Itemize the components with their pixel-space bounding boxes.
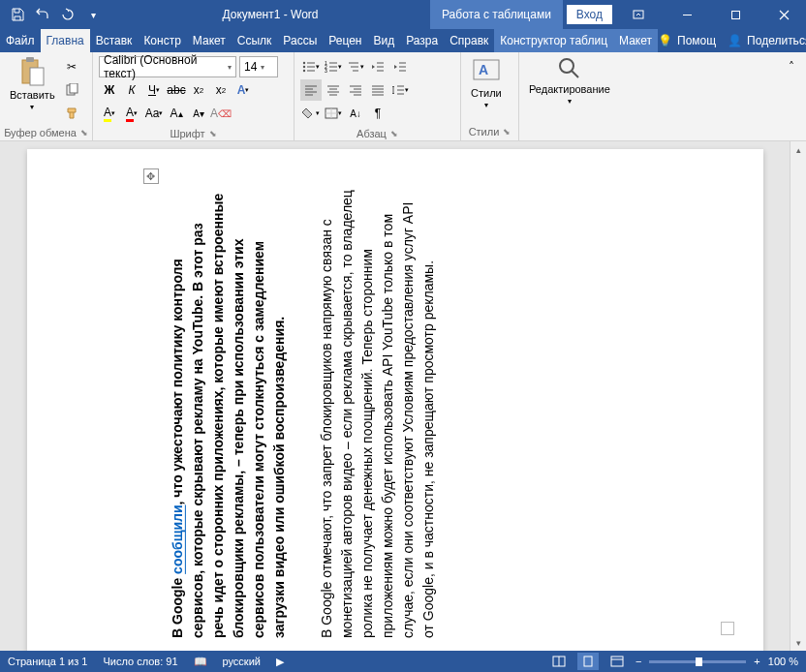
increase-indent-button[interactable] bbox=[389, 56, 411, 77]
grow-font-button[interactable]: A▴ bbox=[166, 103, 187, 124]
paragraph-dialog-icon[interactable]: ⬊ bbox=[390, 129, 398, 138]
qat-customize-icon[interactable]: ▾ bbox=[81, 3, 105, 26]
ribbon: Вставить ▾ ✂ Буфер обмена⬊ Calibri (Осно… bbox=[0, 52, 806, 141]
italic-button[interactable]: К bbox=[121, 79, 142, 101]
undo-icon[interactable] bbox=[31, 3, 54, 26]
align-right-button[interactable] bbox=[345, 79, 366, 101]
status-bar: Страница 1 из 1 Число слов: 91 📖 русский… bbox=[0, 651, 806, 672]
share-button[interactable]: 👤Поделиться bbox=[728, 34, 806, 47]
underline-button[interactable]: Ч▾ bbox=[143, 79, 165, 101]
show-marks-button[interactable]: ¶ bbox=[367, 103, 388, 124]
styles-button[interactable]: A Стили ▾ bbox=[465, 54, 508, 111]
align-left-button[interactable] bbox=[300, 79, 322, 101]
collapse-ribbon-icon[interactable]: ˄ bbox=[781, 56, 802, 77]
macro-icon[interactable]: ▶ bbox=[276, 656, 284, 668]
sort-button[interactable]: A↓ bbox=[345, 103, 366, 124]
proofing-icon[interactable]: 📖 bbox=[194, 656, 207, 668]
decrease-indent-button[interactable] bbox=[367, 56, 388, 77]
zoom-slider[interactable] bbox=[649, 660, 746, 663]
clipboard-dialog-icon[interactable]: ⬊ bbox=[80, 128, 88, 137]
status-page[interactable]: Страница 1 из 1 bbox=[8, 656, 87, 667]
superscript-button[interactable]: x2 bbox=[210, 79, 232, 101]
scroll-down-icon[interactable]: ▾ bbox=[790, 634, 806, 651]
tab-file[interactable]: Файл bbox=[0, 29, 41, 52]
svg-rect-4 bbox=[30, 68, 44, 85]
tab-references[interactable]: Ссылк bbox=[232, 29, 278, 52]
bullets-button[interactable]: ▾ bbox=[300, 56, 322, 77]
table-anchor-icon[interactable]: ✥ bbox=[143, 168, 159, 184]
status-words[interactable]: Число слов: 91 bbox=[103, 656, 177, 667]
cut-icon[interactable]: ✂ bbox=[61, 56, 82, 77]
signin-button[interactable]: Вход bbox=[567, 5, 612, 24]
zoom-out-button[interactable]: − bbox=[636, 656, 641, 667]
table-cell-content[interactable]: В Google сообщили, что ужесточают полити… bbox=[168, 183, 633, 638]
justify-button[interactable] bbox=[367, 79, 388, 101]
close-icon[interactable] bbox=[761, 0, 806, 29]
svg-rect-18 bbox=[584, 657, 592, 666]
status-language[interactable]: русский bbox=[223, 656, 261, 667]
tab-table-layout[interactable]: Макет bbox=[613, 29, 658, 52]
ribbon-display-icon[interactable] bbox=[616, 0, 661, 29]
redo-icon[interactable] bbox=[56, 3, 79, 26]
clear-formatting-button[interactable]: A⌫ bbox=[210, 103, 232, 124]
paragraph-1: В Google сообщили, что ужесточают полити… bbox=[168, 189, 290, 638]
title-bar: ▾ Документ1 - Word Работа с таблицами Вх… bbox=[0, 0, 806, 29]
font-name-combo[interactable]: Calibri (Основной текст)▾ bbox=[99, 56, 236, 77]
web-layout-icon[interactable] bbox=[606, 653, 628, 670]
tab-help[interactable]: Справк bbox=[444, 29, 494, 52]
tab-view[interactable]: Вид bbox=[367, 29, 400, 52]
chevron-down-icon: ▾ bbox=[30, 103, 34, 111]
group-styles: A Стили ▾ Стили⬊ bbox=[461, 52, 519, 140]
line-spacing-button[interactable]: ▾ bbox=[389, 79, 411, 101]
table-resize-handle[interactable] bbox=[721, 622, 734, 635]
tab-layout[interactable]: Макет bbox=[187, 29, 232, 52]
svg-rect-6 bbox=[70, 83, 78, 93]
svg-point-7 bbox=[303, 62, 305, 64]
highlight-button[interactable]: A▾ bbox=[99, 103, 120, 124]
change-case-button[interactable]: Aa▾ bbox=[143, 103, 165, 124]
font-size-combo[interactable]: 14▾ bbox=[239, 56, 278, 77]
bold-button[interactable]: Ж bbox=[99, 79, 120, 101]
maximize-icon[interactable] bbox=[713, 0, 758, 29]
tab-home[interactable]: Главна bbox=[41, 29, 90, 52]
font-dialog-icon[interactable]: ⬊ bbox=[209, 129, 217, 138]
styles-dialog-icon[interactable]: ⬊ bbox=[503, 127, 511, 137]
minimize-icon[interactable] bbox=[665, 0, 709, 29]
svg-point-8 bbox=[303, 66, 305, 68]
tab-review[interactable]: Рецен bbox=[323, 29, 367, 52]
svg-point-9 bbox=[303, 70, 305, 72]
page: ✥ В Google сообщили, что ужесточают поли… bbox=[27, 149, 763, 651]
borders-button[interactable]: ▾ bbox=[323, 103, 344, 124]
vertical-scrollbar[interactable]: ▴ ▾ bbox=[790, 141, 806, 651]
numbering-button[interactable]: 123▾ bbox=[323, 56, 344, 77]
zoom-in-button[interactable]: + bbox=[754, 656, 760, 667]
scroll-up-icon[interactable]: ▴ bbox=[790, 141, 806, 158]
tab-insert[interactable]: Вставк bbox=[90, 29, 139, 52]
shading-button[interactable]: ▾ bbox=[300, 103, 322, 124]
copy-icon[interactable] bbox=[61, 79, 82, 101]
svg-rect-3 bbox=[26, 57, 34, 62]
help-button[interactable]: 💡Помощ bbox=[658, 34, 716, 47]
shrink-font-button[interactable]: A▾ bbox=[188, 103, 209, 124]
subscript-button[interactable]: x2 bbox=[188, 79, 209, 101]
tab-design[interactable]: Констр bbox=[138, 29, 186, 52]
tab-mailings[interactable]: Рассы bbox=[277, 29, 323, 52]
title-right: Работа с таблицами Вход bbox=[430, 0, 806, 29]
read-mode-icon[interactable] bbox=[548, 653, 570, 670]
editing-button[interactable]: Редактирование ▾ bbox=[523, 54, 616, 107]
multilevel-button[interactable]: ▾ bbox=[345, 56, 366, 77]
tab-developer[interactable]: Разра bbox=[400, 29, 444, 52]
save-icon[interactable] bbox=[6, 3, 29, 26]
align-center-button[interactable] bbox=[323, 79, 344, 101]
print-layout-icon[interactable] bbox=[577, 653, 599, 670]
zoom-level[interactable]: 100 % bbox=[768, 656, 798, 667]
strikethrough-button[interactable]: abc bbox=[166, 79, 187, 101]
format-painter-icon[interactable] bbox=[61, 103, 82, 124]
page-viewport[interactable]: ✥ В Google сообщили, что ужесточают поли… bbox=[0, 141, 790, 651]
paste-button[interactable]: Вставить ▾ bbox=[4, 54, 61, 113]
hyperlink[interactable]: сообщили bbox=[170, 504, 185, 573]
font-color-button[interactable]: A▾ bbox=[121, 103, 142, 124]
tab-table-design[interactable]: Конструктор таблиц bbox=[494, 29, 613, 52]
text-effects-button[interactable]: A▾ bbox=[232, 79, 254, 101]
svg-text:A: A bbox=[479, 62, 488, 77]
